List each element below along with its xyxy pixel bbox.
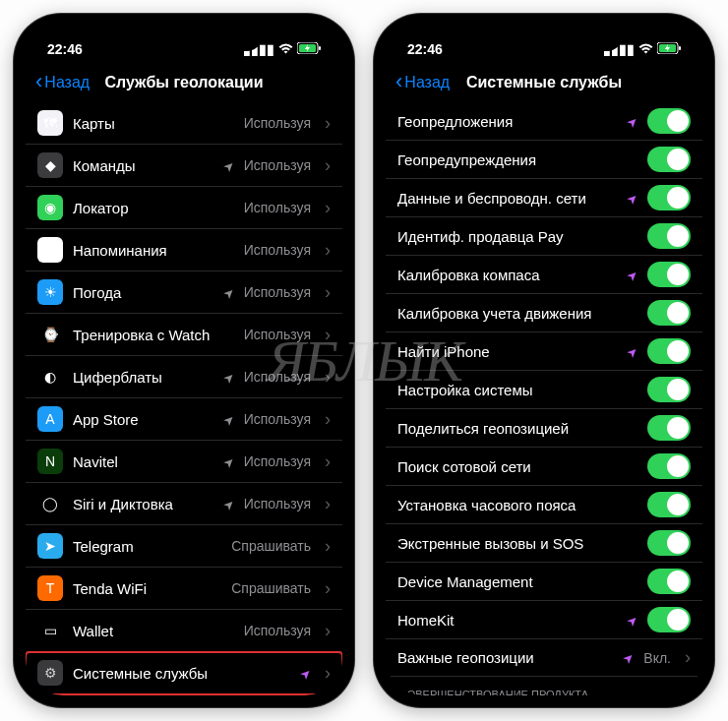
back-button[interactable]: ‹ Назад	[35, 73, 90, 92]
toggle-switch[interactable]	[647, 569, 691, 594]
row-label: Экстренные вызовы и SOS	[397, 535, 637, 552]
toggle-switch[interactable]	[647, 415, 691, 441]
battery-icon	[657, 41, 681, 57]
navitel-icon: N	[37, 449, 63, 474]
chevron-right-icon: ›	[325, 367, 331, 388]
app-row-weather[interactable]: ☀Погода➤Используя›	[26, 271, 342, 314]
app-row-tenda[interactable]: TTenda WiFiСпрашивать›	[26, 568, 342, 610]
location-arrow-icon: ➤	[623, 342, 640, 360]
chevron-right-icon: ›	[685, 647, 691, 668]
app-row-siri[interactable]: ◯Siri и Диктовка➤Используя›	[26, 483, 342, 525]
screen-right: 22:46 ▮▮▮▮ ‹ Назад Системные службы	[386, 26, 702, 695]
toggle-switch[interactable]	[647, 300, 691, 326]
toggle-switch[interactable]	[647, 453, 691, 479]
toggle-switch[interactable]	[647, 185, 691, 210]
wallet-icon: ▭	[37, 618, 63, 643]
toggle-switch[interactable]	[647, 147, 691, 172]
toggle-switch[interactable]	[647, 108, 691, 134]
back-button[interactable]: ‹ Назад	[395, 73, 450, 92]
watch-icon: ⌚	[37, 322, 63, 347]
service-row: Калибровка компаса➤	[386, 256, 702, 294]
row-value: Используя	[244, 284, 311, 300]
location-arrow-icon: ➤	[623, 112, 640, 130]
important-locations-row[interactable]: Важные геопозиции➤Вкл.›	[386, 639, 702, 677]
toggle-switch[interactable]	[647, 223, 691, 249]
app-row-watch[interactable]: ⌚Тренировка с WatchИспользуя›	[26, 314, 342, 356]
service-row: HomeKit➤	[386, 601, 702, 639]
tenda-icon: T	[37, 575, 63, 601]
footer-text: Здесь появятся приложения, запрашивавшие…	[26, 694, 342, 695]
svg-rect-5	[679, 46, 681, 50]
toggle-switch[interactable]	[647, 262, 691, 287]
location-arrow-icon: ➤	[623, 611, 640, 629]
chevron-right-icon: ›	[325, 621, 331, 641]
notch	[105, 26, 263, 51]
row-label: Геопредупреждения	[397, 151, 637, 168]
app-row-maps[interactable]: 🗺КартыИспользуя›	[26, 102, 342, 145]
toggle-switch[interactable]	[647, 492, 691, 517]
location-arrow-icon: ➤	[296, 664, 314, 682]
app-row-appstore[interactable]: AApp Store➤Используя›	[26, 398, 342, 441]
app-row-findmy[interactable]: ◉ЛокаторИспользуя›	[26, 187, 342, 229]
toggle-switch[interactable]	[647, 377, 691, 402]
services-list[interactable]: Геопредложения➤ГеопредупрежденияДанные и…	[386, 102, 702, 695]
row-value: Вкл.	[643, 650, 671, 666]
faces-icon: ◐	[37, 364, 63, 390]
chevron-right-icon: ›	[325, 325, 331, 345]
row-label: Погода	[73, 284, 213, 301]
app-row-telegram[interactable]: ➤TelegramСпрашивать›	[26, 525, 342, 568]
location-arrow-icon: ➤	[623, 189, 640, 207]
chevron-left-icon: ‹	[35, 71, 42, 92]
app-row-shortcuts[interactable]: ◆Команды➤Используя›	[26, 145, 342, 187]
nav-bar: ‹ Назад Системные службы	[386, 63, 702, 102]
location-arrow-icon: ➤	[219, 368, 237, 386]
row-label: Системные службы	[73, 665, 290, 682]
row-label: App Store	[73, 411, 213, 428]
app-list[interactable]: 🗺КартыИспользуя›◆Команды➤Используя›◉Лока…	[26, 102, 342, 695]
row-value: Используя	[244, 327, 311, 342]
row-value: Используя	[244, 411, 311, 427]
row-label: Важные геопозиции	[397, 649, 613, 666]
service-row: Поделиться геопозицией	[386, 409, 702, 448]
chevron-right-icon: ›	[325, 198, 331, 218]
notch	[465, 26, 623, 51]
wifi-icon	[638, 41, 653, 57]
row-label: Карты	[73, 115, 234, 132]
row-label: Tenda WiFi	[73, 580, 221, 597]
toggle-switch[interactable]	[647, 338, 691, 364]
row-label: Команды	[73, 157, 213, 174]
findmy-icon: ◉	[37, 195, 63, 220]
telegram-icon: ➤	[37, 533, 63, 559]
svg-rect-2	[319, 46, 321, 50]
toggle-switch[interactable]	[647, 530, 691, 556]
system-services-row[interactable]: ⚙Системные службы➤›	[26, 652, 342, 694]
maps-icon: 🗺	[37, 110, 63, 136]
screen-left: 22:46 ▮▮▮▮ ‹ Назад Службы геолокации	[26, 26, 342, 695]
siri-icon: ◯	[37, 491, 63, 516]
service-row: Идентиф. продавца Pay	[386, 217, 702, 256]
row-label: Поиск сотовой сети	[397, 458, 637, 475]
service-row: Калибровка учета движения	[386, 294, 702, 332]
location-arrow-icon: ➤	[219, 452, 237, 470]
app-row-faces[interactable]: ◐Циферблаты➤Используя›	[26, 356, 342, 398]
row-value: Спрашивать	[231, 538, 311, 554]
location-arrow-icon: ➤	[219, 410, 237, 428]
app-row-navitel[interactable]: NNavitel➤Используя›	[26, 441, 342, 483]
app-row-wallet[interactable]: ▭WalletИспользуя›	[26, 610, 342, 652]
nav-bar: ‹ Назад Службы геолокации	[26, 63, 342, 102]
battery-icon	[297, 41, 321, 57]
row-label: HomeKit	[397, 612, 617, 629]
chevron-right-icon: ›	[325, 536, 331, 557]
row-label: Siri и Диктовка	[73, 496, 213, 512]
service-row: Установка часового пояса	[386, 486, 702, 524]
app-row-reminders[interactable]: ≡НапоминанияИспользуя›	[26, 229, 342, 271]
row-label: Геопредложения	[397, 113, 617, 130]
toggle-switch[interactable]	[647, 607, 691, 632]
row-value: Используя	[244, 242, 311, 258]
row-label: Device Management	[397, 573, 637, 590]
row-label: Напоминания	[73, 242, 234, 259]
row-label: Telegram	[73, 538, 221, 555]
location-arrow-icon: ➤	[620, 648, 637, 666]
location-arrow-icon: ➤	[219, 495, 237, 512]
row-label: Тренировка с Watch	[73, 327, 234, 343]
